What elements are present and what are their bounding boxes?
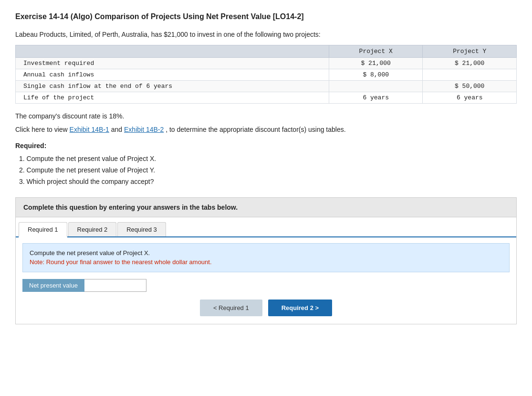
prev-button-label: Required 1 (219, 304, 249, 311)
next-button[interactable]: Required 2 > (268, 300, 332, 316)
col-header-project-x: Project X (329, 45, 423, 58)
prev-arrow-icon: < (213, 304, 219, 311)
tab-req1[interactable]: Required 1 (19, 222, 67, 237)
table-cell (329, 81, 423, 92)
tab-info-box: Compute the net present value of Project… (22, 243, 510, 272)
tab-content: Compute the net present value of Project… (16, 237, 516, 324)
net-present-value-input[interactable] (84, 279, 146, 292)
required-item: 3. Which project should the company acce… (19, 176, 517, 188)
table-cell: Single cash inflow at the end of 6 years (16, 81, 329, 92)
exhibit-14b1-link[interactable]: Exhibit 14B-1 (70, 126, 109, 133)
data-table: Project X Project Y Investment required$… (15, 45, 517, 104)
discount-text: The company's discount rate is 18%. (15, 112, 517, 120)
tab-req2[interactable]: Required 2 (68, 222, 117, 236)
col-header-project-y: Project Y (423, 45, 517, 58)
table-cell: 6 years (423, 92, 517, 104)
table-cell: Life of the project (16, 92, 329, 104)
tab-info-line2: Note: Round your final answer to the nea… (30, 257, 502, 267)
table-cell: Annual cash inflows (16, 69, 329, 81)
input-label: Net present value (22, 279, 84, 292)
required-list: 1. Compute the net present value of Proj… (19, 153, 517, 187)
links-prefix: Click here to view (15, 126, 68, 133)
next-button-label: Required 2 (282, 304, 313, 311)
table-cell: Investment required (16, 58, 329, 69)
table-cell: $ 21,000 (329, 58, 423, 69)
exhibit-14b2-link[interactable]: Exhibit 14B-2 (124, 126, 164, 133)
required-item: 1. Compute the net present value of Proj… (19, 153, 517, 165)
complete-box: Complete this question by entering your … (15, 197, 517, 217)
nav-buttons: < Required 1 Required 2 > (22, 300, 510, 316)
table-cell: $ 8,000 (329, 69, 423, 81)
intro-text: Labeau Products, Limited, of Perth, Aust… (15, 31, 517, 38)
tab-info-line1: Compute the net present value of Project… (30, 248, 502, 258)
table-cell: 6 years (329, 92, 423, 104)
links-suffix: , to determine the appropriate discount … (166, 126, 345, 133)
table-cell: $ 21,000 (423, 58, 517, 69)
prev-button[interactable]: < Required 1 (200, 300, 262, 316)
links-and: and (111, 126, 124, 133)
required-header: Required: (15, 142, 517, 150)
page-title: Exercise 14-14 (Algo) Comparison of Proj… (15, 11, 517, 22)
table-cell: $ 50,000 (423, 81, 517, 92)
tab-req3[interactable]: Required 3 (117, 222, 166, 236)
required-item: 2. Compute the net present value of Proj… (19, 165, 517, 176)
input-row: Net present value (22, 279, 510, 292)
col-header-label (16, 45, 329, 58)
tabs-container: Required 1Required 2Required 3 Compute t… (15, 217, 517, 324)
tabs-row: Required 1Required 2Required 3 (16, 217, 516, 237)
next-arrow-icon: > (313, 304, 319, 311)
links-text: Click here to view Exhibit 14B-1 and Exh… (15, 126, 517, 133)
table-cell (423, 69, 517, 81)
